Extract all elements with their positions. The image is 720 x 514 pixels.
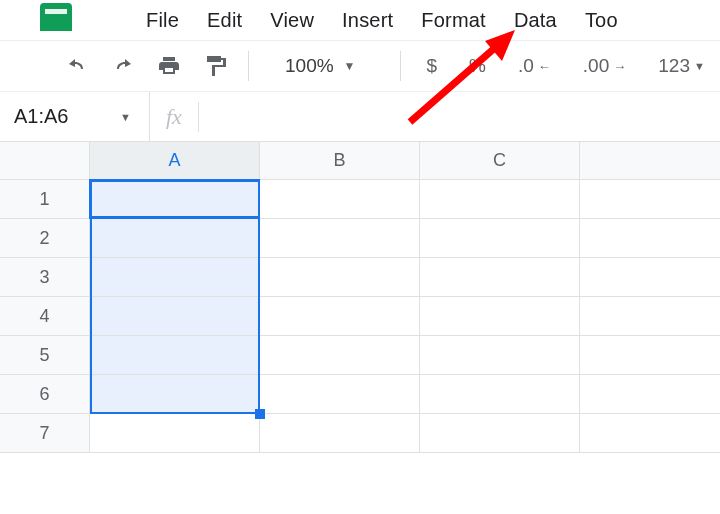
undo-icon[interactable]: [60, 49, 94, 83]
menu-format[interactable]: Format: [407, 3, 500, 38]
cell-C5[interactable]: [420, 336, 580, 375]
zoom-value: 100%: [285, 55, 334, 77]
cell-C1[interactable]: [420, 180, 580, 219]
cell-B2[interactable]: [260, 219, 420, 258]
spreadsheet-grid: A B C 1 2 3 4 5 6 7: [0, 142, 720, 453]
row-header-6[interactable]: 6: [0, 375, 90, 414]
caret-down-icon: ▼: [694, 60, 705, 72]
row-header-4[interactable]: 4: [0, 297, 90, 336]
cell-C4[interactable]: [420, 297, 580, 336]
column-header-D[interactable]: [580, 142, 720, 180]
cell-C2[interactable]: [420, 219, 580, 258]
row-header-7[interactable]: 7: [0, 414, 90, 453]
caret-down-icon: ▼: [120, 111, 131, 123]
cell-A4[interactable]: [90, 297, 260, 336]
caret-down-icon: ▼: [344, 59, 356, 73]
cell-B3[interactable]: [260, 258, 420, 297]
cell-A2[interactable]: [90, 219, 260, 258]
more-formats-dropdown[interactable]: 123▼: [648, 55, 715, 77]
cell-D2[interactable]: [580, 219, 720, 258]
fx-label: fx: [150, 104, 198, 130]
name-box-value: A1:A6: [14, 105, 68, 128]
sheets-logo-icon: [40, 3, 72, 31]
toolbar-divider: [248, 51, 249, 81]
format-currency-button[interactable]: $: [417, 55, 448, 77]
menu-file[interactable]: File: [132, 3, 193, 38]
toolbar: 100% ▼ $ % .0← .00→ 123▼: [0, 40, 720, 92]
row-header-3[interactable]: 3: [0, 258, 90, 297]
column-header-C[interactable]: C: [420, 142, 580, 180]
cell-A7[interactable]: [90, 414, 260, 453]
cell-B6[interactable]: [260, 375, 420, 414]
cell-B1[interactable]: [260, 180, 420, 219]
select-all-corner[interactable]: [0, 142, 90, 180]
cell-D7[interactable]: [580, 414, 720, 453]
format-percent-button[interactable]: %: [459, 55, 496, 77]
name-box[interactable]: A1:A6 ▼: [0, 92, 150, 141]
menu-edit[interactable]: Edit: [193, 3, 256, 38]
print-icon[interactable]: [152, 49, 186, 83]
cell-D4[interactable]: [580, 297, 720, 336]
redo-icon[interactable]: [106, 49, 140, 83]
formula-input[interactable]: [199, 92, 720, 141]
menu-tools[interactable]: Too: [571, 3, 632, 38]
row-header-5[interactable]: 5: [0, 336, 90, 375]
cell-A5[interactable]: [90, 336, 260, 375]
paint-format-icon[interactable]: [198, 49, 232, 83]
column-header-B[interactable]: B: [260, 142, 420, 180]
cell-B5[interactable]: [260, 336, 420, 375]
toolbar-divider: [400, 51, 401, 81]
row-header-2[interactable]: 2: [0, 219, 90, 258]
menu-data[interactable]: Data: [500, 3, 571, 38]
menu-insert[interactable]: Insert: [328, 3, 407, 38]
fill-handle[interactable]: [255, 409, 265, 419]
cell-D6[interactable]: [580, 375, 720, 414]
decrease-decimal-button[interactable]: .0←: [508, 55, 561, 77]
cell-D3[interactable]: [580, 258, 720, 297]
increase-decimal-button[interactable]: .00→: [573, 55, 636, 77]
cell-C7[interactable]: [420, 414, 580, 453]
menu-bar: File Edit View Insert Format Data Too: [0, 0, 720, 40]
cell-A3[interactable]: [90, 258, 260, 297]
cell-A1[interactable]: [90, 180, 260, 219]
cell-A6[interactable]: [90, 375, 260, 414]
cell-C3[interactable]: [420, 258, 580, 297]
cell-B7[interactable]: [260, 414, 420, 453]
cell-B4[interactable]: [260, 297, 420, 336]
row-header-1[interactable]: 1: [0, 180, 90, 219]
formula-bar: A1:A6 ▼ fx: [0, 92, 720, 142]
zoom-dropdown[interactable]: 100% ▼: [285, 55, 356, 77]
cell-D1[interactable]: [580, 180, 720, 219]
menu-view[interactable]: View: [256, 3, 328, 38]
cell-D5[interactable]: [580, 336, 720, 375]
cell-C6[interactable]: [420, 375, 580, 414]
column-header-A[interactable]: A: [90, 142, 260, 180]
